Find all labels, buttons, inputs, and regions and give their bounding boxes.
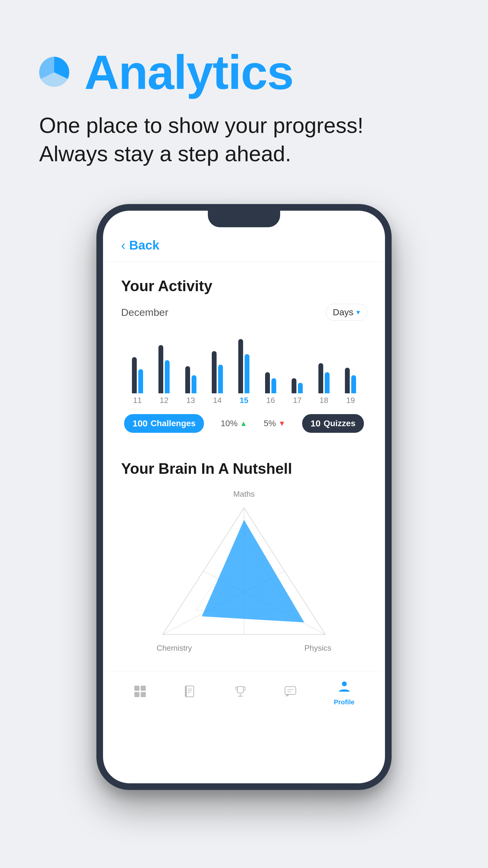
nav-item-study[interactable] <box>184 685 197 701</box>
triangle-chart: Maths <box>121 490 367 653</box>
challenges-count: 100 <box>133 418 148 429</box>
bar-label-18: 18 <box>320 396 328 405</box>
bar-label-16: 16 <box>266 396 275 405</box>
challenges-badge: 100 Challenges <box>124 414 204 433</box>
svg-rect-18 <box>285 687 296 694</box>
profile-icon <box>338 680 351 696</box>
bar-blue-19 <box>351 375 356 393</box>
bar-container-11 <box>132 333 143 393</box>
triangle-svg <box>157 502 331 641</box>
activity-section: Your Activity December Days ▾ <box>103 262 385 445</box>
nav-item-chat[interactable] <box>284 685 297 701</box>
bar-label-14: 14 <box>213 396 222 405</box>
brain-section: Your Brain In A Nutshell Maths <box>103 445 385 665</box>
profile-nav-label: Profile <box>334 698 354 706</box>
bar-blue-16 <box>271 378 276 393</box>
triangle-svg-wrapper <box>157 502 331 641</box>
bar-container-15 <box>238 333 250 393</box>
bar-group-14: 14 <box>204 333 230 405</box>
bar-group-15: 15 <box>231 333 257 405</box>
bar-group-17: 17 <box>284 333 311 405</box>
bar-dark-16 <box>265 372 270 393</box>
bar-container-13 <box>185 333 196 393</box>
bar-dark-14 <box>212 351 217 393</box>
challenges-pct-value: 10% <box>221 418 238 428</box>
dropdown-arrow-icon: ▾ <box>356 308 360 316</box>
svg-marker-6 <box>202 520 304 622</box>
bar-blue-11 <box>138 369 143 393</box>
bottom-nav: Profile <box>103 671 385 715</box>
back-button[interactable]: ‹ Back <box>121 238 367 253</box>
phone-mockup-wrapper: ‹ Back Your Activity December Days ▾ <box>0 186 488 820</box>
home-icon <box>133 685 147 701</box>
bar-chart: 11 12 <box>121 333 367 405</box>
quizzes-badge: 10 Quizzes <box>302 414 364 433</box>
bar-container-14 <box>212 333 223 393</box>
nav-item-home[interactable] <box>133 685 147 701</box>
days-dropdown[interactable]: Days ▾ <box>326 304 367 321</box>
phone-notch <box>208 211 280 227</box>
quizzes-trend-icon: ▼ <box>278 419 286 428</box>
screen-content: ‹ Back Your Activity December Days ▾ <box>103 211 385 715</box>
chat-icon <box>284 685 297 701</box>
days-label: Days <box>333 307 353 317</box>
triangle-label-maths: Maths <box>233 490 255 499</box>
svg-rect-10 <box>141 692 146 697</box>
bar-dark-19 <box>345 368 350 393</box>
title-row: Analytics <box>36 48 452 96</box>
phone-screen: ‹ Back Your Activity December Days ▾ <box>103 211 385 783</box>
page-title: Analytics <box>84 48 293 96</box>
study-icon <box>184 685 197 701</box>
quizzes-label: Quizzes <box>324 418 355 428</box>
bar-blue-17 <box>298 383 303 393</box>
bar-blue-13 <box>192 375 196 393</box>
nav-item-rank[interactable] <box>234 685 247 701</box>
bar-blue-15 <box>245 354 250 393</box>
bar-blue-12 <box>165 360 170 393</box>
back-label: Back <box>129 238 159 253</box>
bar-container-12 <box>158 333 170 393</box>
bar-label-17: 17 <box>293 396 301 405</box>
svg-rect-7 <box>134 686 139 691</box>
activity-title: Your Activity <box>121 277 367 295</box>
bar-group-11: 11 <box>124 333 151 405</box>
svg-point-21 <box>342 681 347 686</box>
bar-container-19 <box>345 333 356 393</box>
page-header: Analytics One place to show your progres… <box>0 0 488 186</box>
quizzes-pct-value: 5% <box>264 418 275 428</box>
brain-title: Your Brain In A Nutshell <box>121 460 367 477</box>
svg-rect-8 <box>141 686 146 691</box>
activity-header: December Days ▾ <box>121 304 367 321</box>
triangle-label-chemistry: Chemistry <box>157 644 192 653</box>
challenges-label: Challenges <box>151 418 195 428</box>
triangle-label-physics: Physics <box>304 644 331 653</box>
svg-rect-9 <box>134 692 139 697</box>
bar-dark-13 <box>185 366 190 393</box>
bar-blue-18 <box>325 372 330 393</box>
bar-group-13: 13 <box>177 333 204 405</box>
bar-group-19: 19 <box>337 333 364 405</box>
challenges-pct: 10% ▲ <box>221 418 247 428</box>
nav-item-profile[interactable]: Profile <box>334 680 354 706</box>
bar-blue-14 <box>218 365 223 393</box>
back-chevron-icon: ‹ <box>121 238 126 253</box>
trophy-icon <box>234 685 247 701</box>
header-subtitle: One place to show your progress! Always … <box>36 112 452 168</box>
bar-label-11: 11 <box>133 396 142 405</box>
bar-label-13: 13 <box>187 396 195 405</box>
bar-container-17 <box>292 333 303 393</box>
bar-dark-18 <box>318 363 323 393</box>
bar-group-16: 16 <box>257 333 284 405</box>
svg-rect-12 <box>185 686 187 697</box>
month-label: December <box>121 307 168 318</box>
bar-group-18: 18 <box>311 333 337 405</box>
bar-label-12: 12 <box>160 396 168 405</box>
bar-dark-11 <box>132 357 137 393</box>
quizzes-pct: 5% ▼ <box>264 418 285 428</box>
bar-dark-15 <box>238 339 243 393</box>
triangle-labels-bottom: Chemistry Physics <box>157 644 331 653</box>
analytics-pie-icon <box>36 54 72 90</box>
bar-dark-17 <box>292 378 296 393</box>
quizzes-count: 10 <box>311 418 321 429</box>
challenges-trend-icon: ▲ <box>240 419 247 428</box>
